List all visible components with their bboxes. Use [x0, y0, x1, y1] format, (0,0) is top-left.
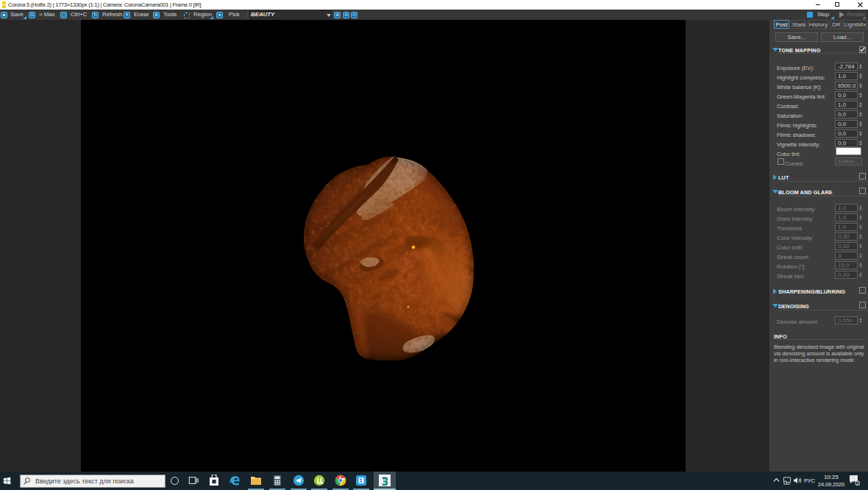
svg-text:2: 2 — [856, 481, 858, 486]
